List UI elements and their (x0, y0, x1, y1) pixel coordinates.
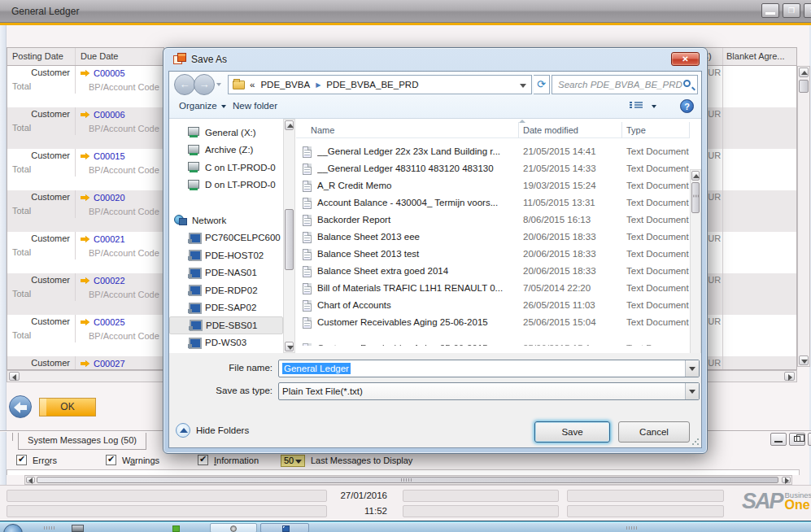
link-arrow-icon[interactable] (81, 319, 89, 325)
file-row[interactable]: Customer Receivables Aging 25-06-201525/… (296, 340, 690, 346)
organize-menu[interactable]: Organize (179, 101, 226, 111)
file-row[interactable]: Account Balance - 430004_ Termijn voors.… (296, 194, 690, 211)
column-type[interactable]: Type (626, 125, 646, 135)
tree-item-computer[interactable]: PD-WS03 (169, 334, 283, 352)
file-row[interactable]: Chart of Accounts26/05/2015 11:03Text Do… (296, 297, 690, 314)
restore-button[interactable]: ❐ (783, 3, 800, 18)
forward-button[interactable]: → (194, 74, 215, 95)
tree-item-drive[interactable]: Archive (Z:) (169, 142, 283, 159)
view-options-icon[interactable] (630, 101, 643, 111)
customer-code-link[interactable]: C00006 (94, 108, 125, 121)
taskbar-icon[interactable] (172, 525, 180, 532)
link-arrow-icon[interactable] (81, 70, 89, 76)
recent-pages-chevron-icon[interactable] (216, 83, 221, 86)
customer-code-link[interactable]: C00025 (94, 316, 125, 329)
navigate-back-icon[interactable] (9, 395, 32, 418)
address-dropdown-icon[interactable] (520, 84, 526, 88)
file-name-input[interactable]: General Ledger (278, 360, 700, 377)
blanket-agreement-header[interactable]: Blanket Agre... (723, 48, 796, 65)
tree-item-drive[interactable]: C on LT-PROD-0 (169, 159, 283, 177)
customer-code-cell: C00020 (76, 190, 164, 204)
file-row[interactable]: A_R Credit Memo19/03/2015 15:24Text Docu… (296, 177, 690, 194)
ok-button[interactable]: OK (39, 398, 96, 416)
breadcrumb-current[interactable]: PDE_BVBA_BE_PRD (326, 80, 418, 89)
sap-business-one-logo: SAP BusinessOne (742, 489, 811, 514)
customer-code-link[interactable]: C00020 (94, 191, 125, 204)
errors-checkbox[interactable]: ✔ (16, 455, 27, 465)
file-name-dropdown[interactable] (685, 360, 699, 377)
tree-item-computer[interactable]: PDE-NAS01 (169, 264, 283, 282)
taskbar-app-button-active[interactable] (260, 523, 309, 532)
cancel-button[interactable]: Cancel (618, 421, 690, 443)
tree-item-network[interactable]: Network (169, 211, 283, 229)
ledger-group: EUR (700, 315, 796, 356)
link-arrow-icon[interactable] (81, 360, 89, 367)
breadcrumb-chevrons[interactable]: « (250, 80, 255, 89)
search-input[interactable]: Search PDE_BVBA_BE_PRD (552, 75, 698, 94)
tree-item-computer[interactable]: PC760CELPC600 (169, 229, 283, 247)
ledger-horizontal-scrollbar[interactable] (7, 370, 164, 382)
customer-code-link[interactable]: C00005 (94, 67, 125, 80)
save-type-dropdown[interactable] (685, 383, 699, 399)
resize-grip[interactable] (691, 438, 700, 446)
address-bar[interactable]: « PDE_BVBA ▶ PDE_BVBA_BE_PRD (228, 75, 532, 94)
file-row[interactable]: __General Ledger 22x 23x Land Building r… (296, 143, 690, 160)
taskbar-icon[interactable] (72, 525, 84, 532)
breadcrumb-parent[interactable]: PDE_BVBA (260, 80, 310, 89)
chevron-down-icon[interactable] (652, 105, 656, 108)
customer-code-link[interactable]: C00022 (94, 274, 125, 287)
close-button[interactable]: ✕ (804, 3, 811, 18)
sys-close-button[interactable] (808, 433, 811, 446)
start-orb-icon[interactable] (3, 524, 23, 532)
customer-code-cell: C00015 (76, 149, 164, 163)
hide-folders-button[interactable]: Hide Folders (176, 423, 249, 438)
warnings-checkbox[interactable]: ✔ (106, 455, 116, 465)
file-row[interactable]: __General Ledger 483110 483120 48313021/… (296, 160, 690, 177)
customer-code-link[interactable]: C00015 (94, 150, 125, 163)
file-date-modified: 21/05/2015 14:41 (523, 143, 596, 160)
taskbar-app-button[interactable] (210, 523, 257, 532)
tree-item-drive[interactable]: D on LT-PROD-0 (169, 177, 283, 194)
sys-restore-button[interactable] (789, 433, 805, 446)
refresh-button[interactable]: ⟳ (534, 75, 550, 94)
tree-scrollbar[interactable] (283, 119, 295, 353)
link-arrow-icon[interactable] (81, 111, 89, 118)
column-name[interactable]: Name (311, 125, 334, 135)
messages-horizontal-scrollbar[interactable] (24, 475, 792, 485)
link-arrow-icon[interactable] (81, 277, 89, 284)
minimize-button[interactable] (761, 3, 779, 18)
tree-item-computer[interactable]: PDE-RDP02 (169, 281, 283, 299)
link-arrow-icon[interactable] (81, 153, 89, 159)
information-checkbox[interactable]: ✔ (198, 455, 208, 465)
due-date-header[interactable]: Due Date (76, 48, 164, 65)
tree-item-computer[interactable]: PDE-SAP02 (169, 299, 283, 317)
link-arrow-icon[interactable] (81, 236, 89, 242)
tree-item-drive[interactable]: General (X:) (169, 124, 283, 142)
file-row[interactable]: Customer Receivables Aging 25-06-201525/… (296, 314, 690, 331)
scroll-down-icon (287, 346, 294, 350)
link-arrow-icon[interactable] (81, 194, 89, 201)
new-folder-button[interactable]: New folder (233, 101, 277, 111)
sys-minimize-button[interactable] (770, 433, 787, 446)
main-titlebar: General Ledger ❐ ✕ (0, 0, 811, 23)
tree-item-computer[interactable]: PDE-SBS01 (169, 316, 283, 334)
last-messages-count-dropdown[interactable]: 50 (281, 455, 305, 467)
file-row[interactable]: Bill of Materials TRAFIC L1H1 RENAULT 0.… (296, 280, 690, 297)
tab-system-messages-log[interactable]: System Messages Log (50) (18, 433, 146, 450)
file-row[interactable]: Balance Sheet 2013 eee20/06/2015 18:33Te… (296, 229, 690, 246)
file-row[interactable]: Balance Sheet 2013 test20/06/2015 18:33T… (296, 246, 690, 263)
save-button[interactable]: Save (534, 421, 610, 443)
help-icon[interactable]: ? (680, 99, 694, 113)
back-button[interactable]: ← (174, 74, 195, 95)
customer-code-link[interactable]: C00021 (94, 233, 125, 246)
ledger-vertical-scrollbar[interactable] (797, 66, 810, 367)
posting-date-header[interactable]: Posting Date (7, 48, 76, 65)
customer-code-link[interactable]: C00027 (94, 357, 125, 370)
right-horizontal-scrollbar[interactable] (700, 370, 797, 382)
column-date-modified[interactable]: Date modified (523, 125, 578, 135)
dialog-close-button[interactable]: ✕ (671, 52, 700, 66)
file-row[interactable]: Backorder Report8/06/2015 16:13Text Docu… (296, 211, 690, 229)
file-row[interactable]: Balance Sheet extra goed 201420/06/2015 … (296, 263, 690, 280)
tree-item-computer[interactable]: PDE-HOST02 (169, 246, 283, 264)
save-type-select[interactable]: Plain Text File(*.txt) (278, 382, 700, 400)
